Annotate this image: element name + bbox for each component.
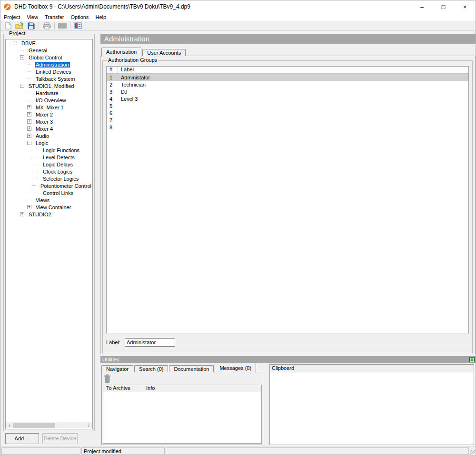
auth-group-row[interactable]: 8 — [107, 124, 468, 131]
clipboard-header: Clipboard — [270, 365, 474, 372]
expand-icon[interactable]: + — [20, 212, 24, 216]
tab-navigator[interactable]: Navigator — [101, 365, 133, 372]
menu-transfer[interactable]: Transfer — [45, 14, 68, 20]
tree-item-label: STUDIO1, Modified — [28, 83, 75, 89]
tree-item-label: I/O Overview — [35, 97, 67, 103]
scrollbar-thumb[interactable] — [13, 423, 55, 428]
delete-device-button: Delete Device — [42, 433, 78, 444]
column-header-number[interactable]: # — [107, 67, 118, 73]
archive-trash-icon[interactable] — [104, 374, 111, 383]
tab-documentation[interactable]: Documentation — [169, 365, 214, 372]
auth-group-row[interactable]: 3DJ — [107, 88, 468, 95]
auth-group-label: Level 3 — [118, 96, 468, 102]
panel-toggle-icon[interactable] — [469, 357, 475, 362]
auth-group-number: 6 — [107, 110, 118, 116]
add-button[interactable]: Add ... — [5, 433, 39, 444]
tree-connector — [32, 150, 38, 150]
tree-connector — [32, 171, 38, 172]
tree-horizontal-scrollbar[interactable]: ‹ › — [6, 422, 92, 428]
tree-connector — [32, 164, 38, 165]
tree-item-view-container[interactable]: +View Container — [6, 204, 92, 211]
tree-connector — [25, 143, 26, 143]
resize-grip[interactable] — [470, 450, 475, 455]
new-file-icon[interactable] — [2, 21, 14, 30]
column-header-to-archive[interactable]: To Archive — [103, 385, 143, 392]
tree-item-control-links[interactable]: Control Links — [6, 189, 92, 196]
tree-item-talkback-system[interactable]: Talkback System — [6, 75, 92, 82]
tree-item-label: Talkback System — [35, 76, 76, 82]
tree-item-dbve[interactable]: -DBVE — [6, 39, 92, 47]
label-input[interactable] — [125, 338, 175, 347]
print-icon[interactable] — [41, 21, 52, 30]
menu-view[interactable]: View — [27, 14, 42, 20]
close-button[interactable]: × — [454, 0, 476, 13]
expand-icon[interactable]: + — [27, 126, 31, 131]
scroll-left-icon[interactable]: ‹ — [6, 422, 12, 428]
tree-item-logic-functions[interactable]: Logic Functions — [6, 146, 92, 154]
tree-item-logic[interactable]: -Logic — [6, 139, 92, 146]
tree-item-general[interactable]: General — [6, 47, 92, 54]
auth-group-row[interactable]: 4Level 3 — [107, 95, 468, 102]
auth-group-row[interactable]: 7 — [107, 116, 468, 124]
expand-icon[interactable]: + — [27, 119, 31, 124]
tree-item-studio2[interactable]: +STUDIO2 — [6, 211, 92, 218]
tree-item-clock-logics[interactable]: Clock Logics — [6, 168, 92, 175]
auth-group-row[interactable]: 2Technician — [107, 81, 468, 88]
options-panel-icon[interactable] — [72, 21, 84, 30]
tab-search[interactable]: Search (0) — [134, 365, 168, 372]
auth-group-number: 2 — [107, 82, 118, 87]
toolbar-separator — [86, 22, 86, 29]
collapse-icon[interactable]: - — [20, 55, 24, 59]
tree-item-label: Global Control — [28, 55, 63, 60]
tab-user-accounts[interactable]: User Accounts — [142, 49, 186, 56]
save-file-icon[interactable] — [25, 21, 37, 30]
tree-item-selector-logics[interactable]: Selector Logics — [6, 175, 92, 182]
tab-messages[interactable]: Messages (0) — [215, 364, 256, 373]
collapse-icon[interactable]: - — [20, 84, 24, 88]
collapse-icon[interactable]: - — [27, 141, 31, 145]
minimize-button[interactable]: – — [411, 0, 433, 13]
expand-icon[interactable]: + — [27, 205, 31, 209]
auth-group-row[interactable]: 5 — [107, 102, 468, 109]
tree-item-i-o-overview[interactable]: I/O Overview — [6, 97, 92, 104]
tree-item-logic-delays[interactable]: Logic Delays — [6, 161, 92, 168]
collapse-icon[interactable]: - — [13, 41, 17, 45]
messages-panel: To Archive Info — [101, 372, 263, 445]
maximize-button[interactable]: □ — [433, 0, 454, 13]
auth-group-row[interactable]: 1Administator — [107, 74, 468, 81]
status-section-project-modified: Project modified — [81, 447, 165, 455]
tree-item-audio[interactable]: +Audio — [6, 132, 92, 139]
tree-item-hardware[interactable]: Hardware — [6, 89, 92, 97]
tree-connector — [32, 185, 36, 186]
tree-item-mx-mixer-1[interactable]: +MX_Mixer 1 — [6, 104, 92, 111]
menu-options[interactable]: Options — [70, 14, 92, 20]
tree-item-mixer-4[interactable]: +Mixer 4 — [6, 125, 92, 132]
column-header-label[interactable]: Label — [118, 67, 468, 73]
auth-group-number: 4 — [107, 96, 118, 102]
scroll-right-icon[interactable]: › — [86, 422, 92, 428]
tree-connector — [25, 207, 26, 207]
messages-table: To Archive Info — [103, 385, 262, 444]
tree-item-potentiometer-control[interactable]: Potentiometer Control — [6, 182, 92, 189]
titlebar: DHD Toolbox 9 - C:\Users\Admin\Documents… — [0, 0, 476, 13]
column-header-info[interactable]: Info — [143, 385, 261, 392]
tree-item-mixer-2[interactable]: +Mixer 2 — [6, 111, 92, 118]
tree-item-label: View Container — [35, 204, 72, 210]
tab-authorisation[interactable]: Authorisation — [101, 48, 141, 57]
project-panel-title: Project — [8, 31, 27, 36]
tree-item-linked-devices[interactable]: Linked Devices — [6, 68, 92, 75]
tree-item-level-detects[interactable]: Level Detects — [6, 154, 92, 161]
tree-item-global-control[interactable]: -Global Control — [6, 54, 92, 61]
menu-project[interactable]: Project — [4, 14, 24, 20]
open-file-icon[interactable] — [14, 21, 25, 30]
expand-icon[interactable]: + — [27, 105, 31, 109]
tree-item-mixer-3[interactable]: +Mixer 3 — [6, 118, 92, 125]
tree-item-administration[interactable]: Administration — [6, 61, 92, 68]
tree-item-studio1-modified[interactable]: -STUDIO1, Modified — [6, 82, 92, 89]
auth-group-row[interactable]: 6 — [107, 109, 468, 116]
tree-item-views[interactable]: Views — [6, 196, 92, 204]
menu-help[interactable]: Help — [95, 14, 110, 20]
tree-connector — [32, 193, 38, 193]
expand-icon[interactable]: + — [27, 134, 31, 138]
expand-icon[interactable]: + — [27, 112, 31, 116]
